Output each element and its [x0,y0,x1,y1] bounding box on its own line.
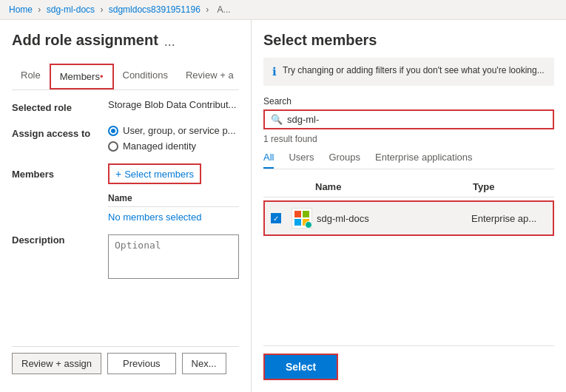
table-row[interactable]: sdg-ml-docs Enterprise ap... [263,200,554,236]
filter-tab-enterprise[interactable]: Enterprise applications [375,152,473,169]
description-row: Description [12,234,239,279]
row-app-icon [287,208,317,229]
no-members-text: No members selected [108,212,239,223]
col-name-header: Name [315,181,473,192]
selected-role-label: Selected role [12,99,108,113]
breadcrumb-sdgml[interactable]: sdgmldocs8391951196 [109,4,201,15]
members-section: Members + Select members Name No members… [12,163,239,223]
row-name: sdg-ml-docs [317,213,471,224]
page-title: Add role assignment [12,32,158,49]
left-panel: Add role assignment ... Role Members• Co… [0,20,252,392]
description-input[interactable] [108,234,239,279]
results-table-header: Name Type [263,177,554,197]
description-label: Description [12,234,108,246]
info-text: Try changing or adding filters if you do… [283,65,545,75]
tab-bar: Role Members• Conditions Review + a [12,64,239,90]
info-banner: ℹ Try changing or adding filters if you … [263,58,554,86]
right-panel: Select members ℹ Try changing or adding … [252,20,566,392]
tab-role[interactable]: Role [12,64,50,89]
assign-access-options: User, group, or service p... Managed ide… [108,125,239,152]
row-checkbox[interactable] [265,213,287,223]
assign-access-row: Assign access to User, group, or service… [12,125,239,152]
search-box: 🔍 [263,109,554,129]
tab-conditions[interactable]: Conditions [114,64,177,89]
right-bottom-bar: Select [263,345,554,380]
radio-circle-filled [108,126,118,136]
tab-members[interactable]: Members• [50,64,114,89]
previous-button[interactable]: Previous [107,353,176,374]
review-assign-button[interactable]: Review + assign [12,353,101,374]
breadcrumb-current: A... [218,4,231,15]
filter-tab-users[interactable]: Users [289,152,314,169]
filter-tab-all[interactable]: All [263,152,274,169]
checkbox-checked-icon [271,213,281,223]
members-label: Members [12,169,108,180]
select-members-label: Select members [124,169,194,180]
search-icon: 🔍 [271,114,283,125]
filter-tab-groups[interactable]: Groups [329,152,360,169]
tab-review[interactable]: Review + a [177,64,243,89]
search-label: Search [263,96,554,107]
bottom-bar-left: Review + assign Previous Nex... [12,346,239,380]
results-count: 1 result found [263,134,554,144]
plus-icon: + [115,168,121,180]
breadcrumb-home[interactable]: Home [9,4,33,15]
col-type-header: Type [473,181,554,192]
selected-role-row: Selected role Storage Blob Data Contribu… [12,99,239,113]
next-button[interactable]: Nex... [182,353,226,374]
name-column-header: Name [108,193,132,203]
selected-role-value: Storage Blob Data Contribut... [108,99,239,110]
radio-circle-empty [108,141,118,152]
row-type: Enterprise ap... [471,213,553,224]
select-button[interactable]: Select [263,354,338,380]
search-input[interactable] [287,114,547,125]
select-members-button[interactable]: + Select members [108,163,201,184]
breadcrumb-sdg[interactable]: sdg-ml-docs [47,4,95,15]
info-icon: ℹ [272,65,277,78]
breadcrumb: Home › sdg-ml-docs › sdgmldocs8391951196… [0,0,566,20]
app-badge-icon [305,221,312,229]
assign-access-label: Assign access to [12,125,108,139]
more-options-icon[interactable]: ... [164,34,175,50]
right-panel-title: Select members [263,32,554,49]
radio-managed-identity[interactable]: Managed identity [108,141,239,152]
filter-tabs: All Users Groups Enterprise applications [263,152,554,169]
radio-user-group[interactable]: User, group, or service p... [108,125,239,136]
